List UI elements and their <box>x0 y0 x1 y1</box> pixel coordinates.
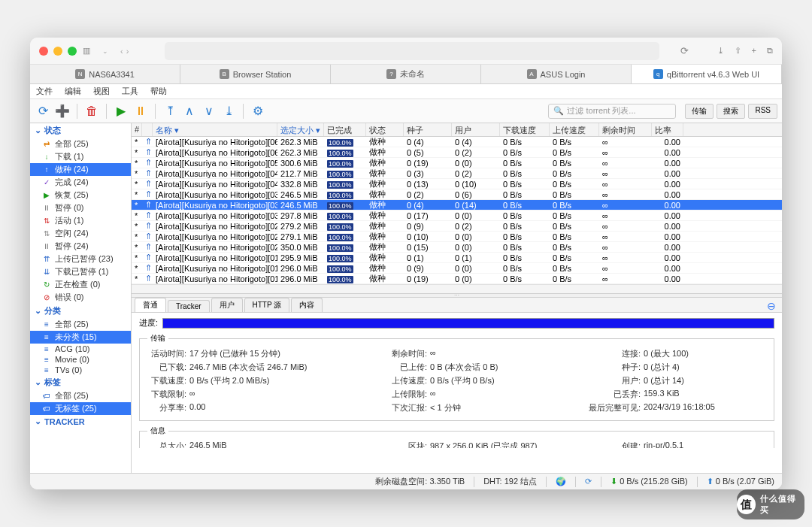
add-torrent-icon[interactable]: ➕ <box>54 103 71 120</box>
move-bottom-icon[interactable]: ⤓ <box>220 103 237 120</box>
menu-item[interactable]: 编辑 <box>65 86 81 97</box>
browser-tab[interactable]: BBrowser Station <box>180 65 331 83</box>
sidebar-item[interactable]: ⇅活动 (1) <box>30 214 131 227</box>
column-header[interactable]: # <box>132 123 142 136</box>
torrent-row[interactable]: *⇑[Airota][Kusuriya no Hitorigoto][01]..… <box>132 253 782 263</box>
settings-icon[interactable]: ⚙ <box>250 103 266 120</box>
add-link-icon[interactable]: ⟳ <box>35 103 51 120</box>
resume-icon[interactable]: ▶ <box>113 103 129 120</box>
close-window-button[interactable] <box>39 47 48 56</box>
torrent-row[interactable]: *⇑[Airota][Kusuriya no Hitorigoto][02]..… <box>132 221 782 232</box>
column-header[interactable] <box>142 123 153 136</box>
sidebar-item[interactable]: ↻正在检查 (0) <box>30 278 131 291</box>
column-header[interactable]: 选定大小 ▾ <box>277 123 324 136</box>
url-bar[interactable] <box>165 42 659 60</box>
tool-tab[interactable]: 传输 <box>685 104 714 119</box>
browser-tab[interactable]: NNAS6A3341 <box>30 65 180 83</box>
torrent-row[interactable]: *⇑[Airota][Kusuriya no Hitorigoto][03]..… <box>132 189 782 200</box>
sidebar-item[interactable]: ↓下载 (1) <box>30 150 131 163</box>
browser-tab[interactable]: qqBittorrent v4.6.3 Web UI <box>632 65 782 83</box>
sidebar-item[interactable]: ⇅空闲 (24) <box>30 227 131 240</box>
torrent-row[interactable]: *⇑[Airota][Kusuriya no Hitorigoto][03]..… <box>132 210 782 221</box>
sidebar-item[interactable]: ▶恢复 (25) <box>30 189 131 201</box>
torrent-row[interactable]: *⇑[Airota][Kusuriya no Hitorigoto][02]..… <box>132 232 782 242</box>
sidebar-item[interactable]: ≡未分类 (15) <box>30 331 131 344</box>
traffic-lights <box>39 47 77 56</box>
sidebar-item[interactable]: ↑做种 (24) <box>30 163 131 176</box>
detail-tab[interactable]: 内容 <box>291 298 323 312</box>
tool-tab[interactable]: RSS <box>748 104 777 119</box>
move-down-icon[interactable]: ∨ <box>201 103 217 120</box>
detail-cell: 已上传:0 B (本次会话 0 B) <box>388 362 583 373</box>
alt-speed-icon[interactable]: ⟳ <box>585 477 592 486</box>
move-top-icon[interactable]: ⤒ <box>162 103 178 120</box>
sidebar-item[interactable]: 🏷全部 (25) <box>30 389 131 402</box>
sidebar-item[interactable]: ≡Movie (0) <box>30 354 131 365</box>
sidebar-item[interactable]: ≡TVs (0) <box>30 365 131 375</box>
pause-icon[interactable]: ⏸ <box>132 103 149 120</box>
torrent-row[interactable]: *⇑[Airota][Kusuriya no Hitorigoto][01]..… <box>132 274 782 284</box>
globe-icon[interactable]: 🌍 <box>556 477 566 486</box>
torrent-row[interactable]: *⇑[Airota][Kusuriya no Hitorigoto][06]..… <box>132 147 782 158</box>
filter-input[interactable]: 🔍 过滤 torrent 列表... <box>548 104 676 119</box>
menu-item[interactable]: 帮助 <box>150 86 167 97</box>
sidebar-item[interactable]: 🏷无标签 (25) <box>30 402 131 415</box>
tabs-icon[interactable]: ⧉ <box>767 46 773 56</box>
sidebar-item[interactable]: ⇈上传已暂停 (23) <box>30 253 131 265</box>
minimize-window-button[interactable] <box>53 47 62 56</box>
column-header[interactable]: 剩余时间 <box>599 123 652 136</box>
sidebar-item[interactable]: ≡全部 (25) <box>30 318 131 331</box>
column-header[interactable]: 比率 <box>652 123 683 136</box>
detail-tab[interactable]: Tracker <box>168 300 210 312</box>
reload-icon[interactable]: ⟳ <box>680 45 689 56</box>
sidebar-item[interactable]: ⊘错误 (0) <box>30 291 131 304</box>
sidebar-item[interactable]: ≡ACG (10) <box>30 344 131 354</box>
menu-item[interactable]: 视图 <box>93 86 110 97</box>
tool-tab[interactable]: 搜索 <box>717 104 745 119</box>
browser-tab[interactable]: AASUS Login <box>481 65 632 83</box>
column-header[interactable]: 种子 <box>404 123 452 136</box>
torrent-row[interactable]: *⇑[Airota][Kusuriya no Hitorigoto][01]..… <box>132 263 782 274</box>
sidebar-item[interactable]: ⇊下载已暂停 (1) <box>30 265 131 278</box>
column-header[interactable]: 上传速度 <box>550 123 599 136</box>
torrent-row[interactable]: *⇑[Airota][Kusuriya no Hitorigoto][05]..… <box>132 158 782 168</box>
sidebar-item[interactable]: ⏸暂停 (0) <box>30 201 131 214</box>
menu-item[interactable]: 工具 <box>122 86 138 97</box>
column-header[interactable]: 用户 <box>452 123 500 136</box>
move-up-icon[interactable]: ∧ <box>181 103 198 120</box>
column-header[interactable]: 下载速度 <box>500 123 550 136</box>
chevron-down-icon[interactable]: ⌄ <box>102 47 108 55</box>
torrent-row[interactable]: *⇑[Airota][Kusuriya no Hitorigoto][04]..… <box>132 168 782 179</box>
detail-tab[interactable]: 普通 <box>135 298 166 312</box>
torrent-row[interactable]: *⇑[Airota][Kusuriya no Hitorigoto][03]..… <box>132 200 782 210</box>
torrent-row[interactable]: *⇑[Airota][Kusuriya no Hitorigoto][06]..… <box>132 137 782 147</box>
sidebar-group[interactable]: ⌄TRACKER <box>30 415 131 428</box>
browser-tab[interactable]: ?未命名 <box>331 65 481 83</box>
column-header[interactable]: 已完成 <box>324 123 366 136</box>
menu-item[interactable]: 文件 <box>36 86 53 97</box>
maximize-window-button[interactable] <box>68 47 77 56</box>
progress-bar <box>162 318 774 329</box>
share-icon[interactable]: ⇧ <box>735 46 741 56</box>
sidebar-group[interactable]: ⌄分类 <box>30 304 131 318</box>
column-header[interactable]: 名称 ▾ <box>153 123 277 136</box>
info-fieldset: 信息 总大小:246.5 MiB区块:987 x 256.0 KiB (已完成 … <box>139 426 774 448</box>
new-tab-icon[interactable]: + <box>752 46 756 56</box>
torrent-row[interactable]: *⇑[Airota][Kusuriya no Hitorigoto][02]..… <box>132 242 782 253</box>
sidebar-item[interactable]: ⇄全部 (25) <box>30 138 131 150</box>
download-icon[interactable]: ⤓ <box>717 46 724 56</box>
torrent-row[interactable]: *⇑[Airota][Kusuriya no Hitorigoto][04]..… <box>132 179 782 189</box>
back-icon[interactable]: ‹ <box>120 47 123 56</box>
sidebar-group[interactable]: ⌄状态 <box>30 123 131 138</box>
column-header[interactable]: 状态 <box>366 123 404 136</box>
delete-icon[interactable]: 🗑 <box>83 103 100 120</box>
sidebar-group[interactable]: ⌄标签 <box>30 375 131 389</box>
forward-icon[interactable]: › <box>126 47 129 56</box>
collapse-details-icon[interactable]: ⊖ <box>767 300 776 312</box>
sidebar-item[interactable]: ✓完成 (24) <box>30 176 131 189</box>
detail-tab[interactable]: HTTP 源 <box>244 298 290 312</box>
sidebar-icon[interactable]: ▥ <box>83 46 96 56</box>
detail-tab[interactable]: 用户 <box>211 298 243 312</box>
detail-cell: 下载速度:0 B/s (平均 2.0 MiB/s) <box>147 375 388 386</box>
sidebar-item[interactable]: ⏸暂停 (24) <box>30 240 131 253</box>
